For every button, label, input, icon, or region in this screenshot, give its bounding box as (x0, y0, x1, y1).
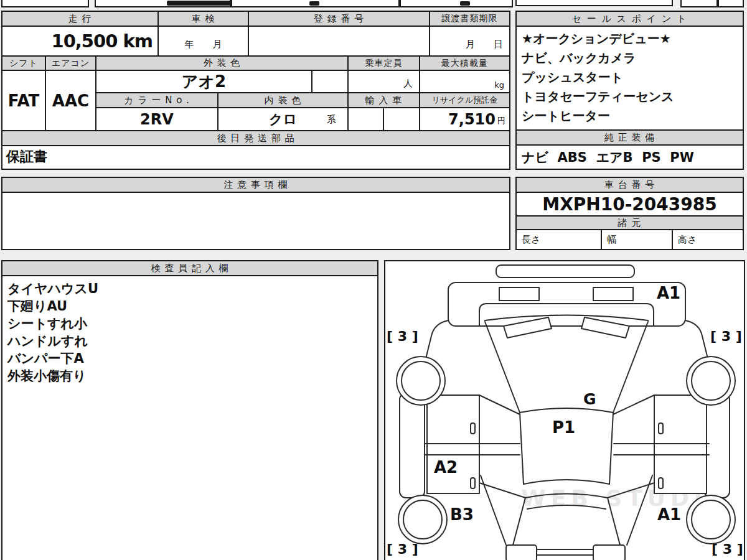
inspector-header: 検 査 員 記 入 欄 (2, 261, 378, 276)
capacity-value: 人 (349, 71, 420, 93)
shift-value: FAT (2, 71, 46, 131)
chassis-box: 車 台 番 号 MXPH10-2043985 諸 元 長さ 幅 高さ (515, 177, 744, 250)
auction-sheet: 走 行 車 検 登 録 番 号 譲渡書類期限 10,500 km 年 月 月 日… (0, 0, 747, 560)
aircon-header: エアコン (46, 57, 96, 71)
interior-color-text: クロ (269, 110, 297, 129)
shift-header: シフト (2, 57, 46, 71)
tire-code-rear-right: [ 3 ] (712, 541, 743, 557)
top-strip-cell (400, 0, 513, 7)
panel-code-rear-left-b3: B3 (450, 505, 474, 524)
inspector-note: ハンドルすれ (2, 332, 93, 350)
import-value-cell-1 (349, 108, 384, 131)
car-top-view-diagram (385, 261, 744, 560)
sales-point-item: トヨタセーフティーセンス (517, 87, 679, 106)
transfer-deadline-header: 譲渡書類期限 (430, 12, 510, 27)
genuine-equipment-header: 純 正 装 備 (517, 131, 744, 146)
mileage-header: 走 行 (2, 12, 159, 27)
interior-color-value: クロ 系 (218, 108, 349, 131)
specs-header: 諸 元 (517, 217, 744, 230)
exterior-color-value: アオ2 (96, 71, 312, 93)
height-label: 高さ (673, 230, 744, 250)
top-strip-cell (515, 0, 673, 6)
inspector-note: シートすれ小 (2, 315, 92, 332)
sales-point-list: ★オークションデビュー★ ナビ、バックカメラ プッシュスタート トヨタセーフティ… (517, 27, 744, 131)
panel-code-door-a2: A2 (434, 458, 458, 477)
shaken-value: 年 月 (159, 27, 249, 57)
genuine-equipment-value: ナビ ABS エアB PS PW (517, 146, 744, 170)
import-value-cell-2 (384, 108, 420, 131)
caution-body (2, 193, 510, 250)
top-strip-cell (680, 0, 718, 7)
tire-code-front-left: [ 3 ] (387, 329, 418, 344)
sales-point-item: シートヒーター (517, 106, 615, 126)
exterior-color-extra-cell (312, 71, 349, 93)
width-label: 幅 (602, 230, 673, 250)
damage-diagram-box: WEB STUDIO PRO (384, 260, 745, 560)
color-no-header: カ ラ ー N o . (96, 93, 218, 108)
recycle-value: 7,510 円 (420, 108, 510, 131)
sales-point-item: プッシュスタート (517, 68, 628, 87)
panel-code-roof-p1: P1 (552, 418, 575, 437)
import-header: 輸 入 車 (349, 93, 420, 108)
tire-code-front-right: [ 3 ] (710, 329, 742, 344)
interior-color-header: 内 装 色 (218, 93, 349, 108)
top-strip-cell (718, 0, 744, 7)
color-no-value: 2RV (96, 108, 218, 131)
capacity-header: 乗車定員 (349, 57, 420, 71)
registration-value (249, 27, 430, 57)
panel-code-rear-right-a1: A1 (657, 505, 681, 524)
inspector-box: 検 査 員 記 入 欄 タイヤハウスU 下廻りAU シートすれ小 ハンドルすれ … (1, 260, 378, 560)
tire-code-rear-left: [ 3 ] (387, 541, 418, 557)
length-label: 長さ (517, 230, 602, 250)
exterior-color-header: 外 装 色 (96, 57, 349, 71)
chassis-header: 車 台 番 号 (517, 178, 744, 193)
inspector-note: 下廻りAU (2, 297, 72, 315)
cutoff-text-artifact (167, 1, 232, 6)
sales-point-box: セ ー ル ス ポ イ ン ト ★オークションデビュー★ ナビ、バックカメラ プ… (515, 11, 744, 170)
registration-header: 登 録 番 号 (249, 12, 430, 27)
cutoff-text-artifact (309, 1, 319, 6)
panel-code-front-a1: A1 (657, 284, 680, 302)
inspector-note: タイヤハウスU (2, 280, 103, 297)
recycle-header: リサイクル預託金 (420, 93, 510, 108)
caution-box: 注 意 事 項 欄 (1, 177, 510, 250)
interior-color-suffix: 系 (327, 114, 336, 126)
later-parts-header: 後 日 発 送 部 品 (2, 131, 510, 146)
mileage-value: 10,500 km (2, 27, 159, 57)
shaken-header: 車 検 (159, 12, 249, 27)
top-strip-cell (1, 0, 89, 7)
inspector-notes: タイヤハウスU 下廻りAU シートすれ小 ハンドルすれ バンパー下A 外装小傷有… (2, 276, 378, 560)
recycle-unit: 円 (497, 115, 505, 130)
chassis-number: MXPH10-2043985 (517, 193, 744, 217)
cutoff-text-artifact (460, 1, 470, 6)
panel-code-glass-g: G (583, 390, 596, 408)
later-parts-value: 保証書 (2, 146, 510, 170)
sales-point-item: ナビ、バックカメラ (517, 49, 641, 68)
max-load-header: 最大積載量 (420, 57, 510, 71)
max-load-value: kg (420, 71, 510, 93)
caution-header: 注 意 事 項 欄 (2, 178, 510, 193)
sales-point-header: セ ー ル ス ポ イ ン ト (517, 12, 744, 27)
transfer-deadline-value: 月 日 (430, 27, 510, 57)
vehicle-info-table: 走 行 車 検 登 録 番 号 譲渡書類期限 10,500 km 年 月 月 日… (1, 11, 510, 170)
sales-point-item: ★オークションデビュー★ (517, 29, 676, 49)
aircon-value: AAC (46, 71, 96, 131)
recycle-amount: 7,510 (448, 111, 496, 128)
inspector-note: バンパー下A (2, 350, 89, 367)
inspector-note: 外装小傷有り (2, 367, 92, 385)
